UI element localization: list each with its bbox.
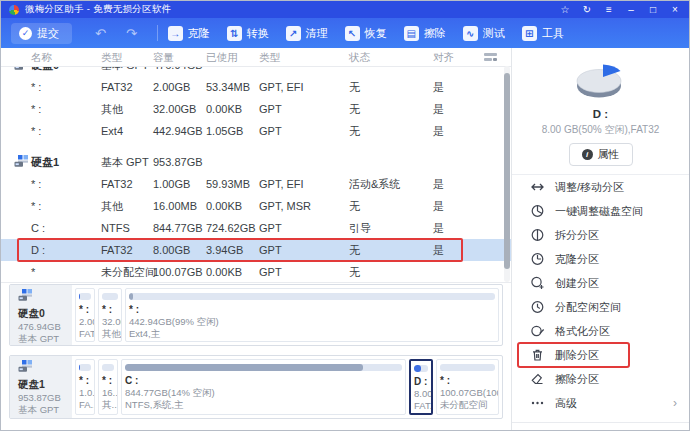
properties-button[interactable]: i 属性 (569, 143, 633, 166)
action-advanced[interactable]: 高级› (512, 391, 689, 415)
cell-fs: Ext4 (101, 120, 123, 142)
partition-row[interactable]: *未分配空间100.07GB0.00KBGPT无 (1, 261, 511, 283)
usage-bar-fill (79, 364, 80, 371)
column-header-name[interactable]: 名称 (31, 51, 52, 65)
convert-button[interactable]: ⇅转换 (227, 26, 269, 41)
action-wipe-partition[interactable]: 擦除分区 (512, 367, 689, 391)
maximize-icon[interactable]: □ (647, 2, 659, 18)
disk-map-panel: 硬盘0476.94GB基本 GPT* :2.00...FAT...* :32.0… (9, 284, 503, 346)
action-format-partition[interactable]: 格式化分区 (512, 319, 689, 343)
partition-row[interactable]: * :Ext4442.94GB1.05GBGPT无是 (1, 120, 511, 142)
partition-block[interactable]: D :8.00...FAT... (409, 359, 433, 415)
disk-row[interactable]: 硬盘0基本 GPT476.94GB (1, 67, 511, 76)
cell-capacity: 1.00GB (153, 173, 190, 195)
table-scrollbar[interactable] (504, 66, 510, 282)
menu-icon[interactable]: ≡ (603, 2, 615, 18)
cell-ptype: GPT (259, 98, 282, 120)
sync-icon[interactable]: ↻ (581, 2, 593, 18)
cell-name: * : (31, 98, 41, 120)
clone-icon: → (168, 26, 183, 41)
disk-info-cell[interactable]: 硬盘1953.87GB基本 GPT (10, 356, 72, 418)
cell-name: C : (31, 217, 45, 239)
partition-block[interactable]: * :2.00...FAT... (75, 288, 95, 342)
delete-partition-icon (530, 348, 545, 363)
partition-block[interactable]: * :100.07GB(100% ...未分配空间 (436, 359, 499, 415)
properties-button-label: 属性 (598, 147, 620, 162)
column-header-used[interactable]: 已使用 (206, 51, 238, 65)
partition-block[interactable]: * :442.94GB(99% 空闲)Ext4,主 (125, 288, 499, 342)
disk-scheme: 基本 GPT (18, 333, 72, 345)
cell-fs: 未分配空间 (101, 261, 156, 283)
cell-status: 无 (349, 98, 360, 120)
action-resize-move[interactable]: 调整/移动分区 (512, 175, 689, 199)
column-header-capacity[interactable]: 容量 (153, 51, 174, 65)
clean-button[interactable]: ↗清理 (286, 26, 328, 41)
star-icon[interactable]: ☆ (559, 2, 571, 18)
disk-icon (14, 67, 29, 72)
cell-fs: 基本 GPT (101, 67, 149, 76)
auto-adjust-icon (530, 204, 545, 219)
table-group-gap (1, 142, 511, 151)
action-auto-adjust[interactable]: 一键调整磁盘空间 (512, 199, 689, 223)
usage-bar (79, 364, 91, 371)
cell-aligned: 是 (433, 195, 444, 217)
submit-button[interactable]: ✓ 提交 (11, 23, 72, 44)
toolbar-button-label: 工具 (542, 26, 564, 41)
tools-icon: ⊞ (522, 26, 537, 41)
toolbar: ✓ 提交 ↶ ↷ →克隆⇅转换↗清理↖恢复▤擦除∿测试⊞工具 (1, 18, 689, 48)
cell-name: D : (31, 239, 45, 261)
test-icon: ∿ (463, 26, 478, 41)
partition-block[interactable]: C :844.77GB(14% 空闲)NTFS,系统,主 (121, 359, 406, 415)
close-icon[interactable]: × (669, 2, 681, 18)
partition-row[interactable]: D :FAT328.00GB3.94GBGPT无是 (1, 239, 511, 261)
cell-status: 无 (349, 76, 360, 98)
minimize-icon[interactable]: – (625, 2, 637, 18)
test-button[interactable]: ∿测试 (463, 26, 505, 41)
selected-partition-summary: D : 8.00 GB(50% 空闲),FAT32 i 属性 (512, 48, 689, 166)
action-split-partition[interactable]: 拆分分区 (512, 223, 689, 247)
cell-capacity: 32.00GB (153, 98, 196, 120)
clean-icon: ↗ (286, 26, 301, 41)
cell-aligned: 是 (433, 98, 444, 120)
cell-fs: 基本 GPT (101, 151, 149, 173)
column-header-status[interactable]: 状态 (349, 51, 370, 65)
block-size: 100.07GB(100% ... (440, 387, 495, 399)
tools-button[interactable]: ⊞工具 (522, 26, 564, 41)
column-settings-icon[interactable] (484, 52, 497, 64)
column-header-aligned[interactable]: 对齐 (433, 51, 454, 65)
partition-block[interactable]: * :1.0...FA... (75, 359, 95, 415)
cell-ptype: GPT (259, 239, 282, 261)
action-clone-partition[interactable]: 克隆分区 (512, 247, 689, 271)
disk-info-cell[interactable]: 硬盘0476.94GB基本 GPT (10, 285, 72, 345)
action-allocate-free-space[interactable]: 分配空闲空间 (512, 295, 689, 319)
cell-status: 无 (349, 195, 360, 217)
usage-bar (102, 364, 114, 371)
action-delete-partition[interactable]: 删除分区 (512, 343, 689, 367)
partition-row[interactable]: * :FAT322.00GB53.34MBGPT, EFI无是 (1, 76, 511, 98)
cell-name: 硬盘1 (31, 151, 59, 173)
usage-bar (102, 293, 118, 300)
recover-button[interactable]: ↖恢复 (345, 26, 387, 41)
partition-row[interactable]: * :其他32.00GB0.00KBGPT无是 (1, 98, 511, 120)
partition-blocks: * :2.00...FAT...* :32.00...其他,主* :442.94… (72, 285, 502, 345)
undo-icon[interactable]: ↶ (89, 26, 112, 41)
partition-row[interactable]: * :其他16.00MB0.00KBGPT, MSR无是 (1, 195, 511, 217)
recover-icon: ↖ (345, 26, 360, 41)
partition-row[interactable]: * :FAT321.00GB59.93MBGPT, EFI活动&系统是 (1, 173, 511, 195)
create-partition-icon (530, 276, 545, 291)
partition-row[interactable]: C :NTFS844.77GB724.62GBGPT引导是 (1, 217, 511, 239)
partition-block[interactable]: * :32.00...其他,主 (98, 288, 122, 342)
column-header-fs[interactable]: 类型 (101, 51, 122, 65)
scrollbar-thumb[interactable] (504, 73, 510, 269)
disk-row[interactable]: 硬盘1基本 GPT953.87GB (1, 151, 511, 173)
cell-status: 无 (349, 120, 360, 142)
erase-button[interactable]: ▤擦除 (404, 26, 446, 41)
cell-capacity: 8.00GB (153, 239, 190, 261)
clone-button[interactable]: →克隆 (168, 26, 210, 41)
action-create-partition[interactable]: 创建分区 (512, 271, 689, 295)
toolbar-button-label: 转换 (247, 26, 269, 41)
partition-block[interactable]: * :16...其... (98, 359, 118, 415)
redo-icon[interactable]: ↷ (120, 26, 143, 41)
sidebar: D : 8.00 GB(50% 空闲),FAT32 i 属性 调整/移动分区一键… (511, 48, 689, 430)
column-header-ptype[interactable]: 类型 (259, 51, 280, 65)
